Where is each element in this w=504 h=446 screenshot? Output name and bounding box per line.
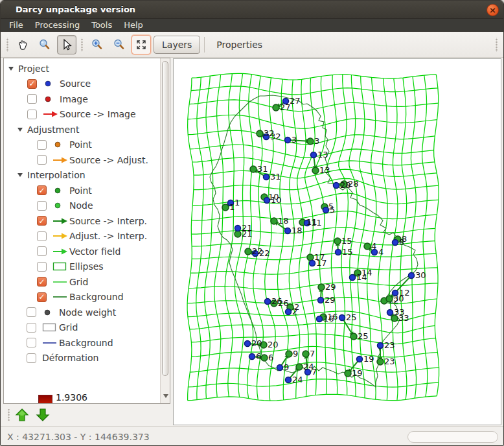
interp-point[interactable] (222, 204, 229, 211)
move-layer-down-button[interactable] (34, 406, 52, 424)
interp-point[interactable] (271, 218, 277, 224)
layer-visibility-checkbox[interactable] (27, 338, 36, 347)
layer-row-source[interactable]: Source (4, 76, 160, 92)
layer-visibility-checkbox[interactable] (37, 292, 47, 302)
source-point[interactable] (393, 240, 398, 246)
layer-visibility-checkbox[interactable] (37, 216, 47, 226)
source-point[interactable] (409, 273, 415, 279)
toolbar-grip[interactable] (494, 38, 499, 52)
expander-triangle-icon[interactable] (17, 128, 23, 132)
source-point[interactable] (285, 137, 291, 143)
interp-point[interactable] (318, 284, 325, 290)
source-point[interactable] (264, 174, 269, 180)
source-point[interactable] (378, 343, 384, 349)
interp-point[interactable] (235, 231, 241, 237)
layer-visibility-checkbox[interactable] (27, 110, 37, 119)
layer-row-background[interactable]: Background (4, 290, 160, 305)
layer-row-point[interactable]: Point (4, 183, 160, 198)
source-point[interactable] (318, 298, 324, 303)
source-point[interactable] (350, 275, 356, 281)
scrollbar-thumb[interactable] (162, 61, 168, 376)
interp-point[interactable] (312, 167, 319, 174)
layer-row-grid[interactable]: Grid (4, 274, 160, 290)
toolbar-grip[interactable] (80, 38, 84, 52)
zoom-fit-button[interactable] (132, 35, 151, 54)
interp-point[interactable] (257, 130, 263, 137)
menu-tools[interactable]: Tools (86, 20, 118, 30)
menu-file[interactable]: File (3, 20, 29, 30)
interp-point[interactable] (364, 243, 371, 250)
source-point[interactable] (336, 250, 341, 255)
interp-point[interactable] (345, 370, 351, 377)
interp-point[interactable] (296, 364, 303, 370)
expander-triangle-icon[interactable] (17, 173, 23, 177)
source-point[interactable] (249, 354, 255, 360)
interp-point[interactable] (273, 104, 279, 111)
layer-visibility-checkbox[interactable] (37, 246, 47, 256)
source-point[interactable] (334, 183, 339, 189)
menu-processing[interactable]: Processing (29, 20, 86, 30)
zoom-out-button[interactable] (109, 35, 129, 54)
layer-visibility-checkbox[interactable] (27, 323, 36, 333)
layer-visibility-checkbox[interactable] (27, 307, 36, 317)
source-point[interactable] (311, 152, 317, 158)
source-point[interactable] (357, 357, 363, 362)
layer-row-adjust-interp[interactable]: Adjust. -> Interp. (4, 229, 160, 244)
source-point[interactable] (286, 377, 292, 383)
interp-point[interactable] (386, 296, 393, 302)
source-point[interactable] (286, 309, 292, 315)
layer-visibility-checkbox[interactable] (37, 262, 47, 272)
layer-row-d-formation[interactable]: Déformation (4, 351, 160, 366)
interp-point[interactable] (377, 358, 384, 365)
move-layer-up-button[interactable] (13, 406, 31, 424)
interp-point[interactable] (261, 355, 268, 361)
layer-row-grid[interactable]: Grid (4, 320, 160, 336)
source-point[interactable] (277, 365, 283, 371)
layer-row-source-interp[interactable]: Source -> Interp. (4, 213, 160, 229)
source-point[interactable] (265, 299, 271, 305)
select-tool-button[interactable] (57, 35, 76, 54)
layer-visibility-checkbox[interactable] (37, 140, 47, 150)
source-point[interactable] (387, 310, 393, 316)
layer-group-project[interactable]: Project (4, 61, 160, 76)
layer-row-source-image[interactable]: Source -> Image (4, 107, 160, 123)
layer-row-point[interactable]: Point (4, 137, 160, 153)
layer-visibility-checkbox[interactable] (37, 277, 47, 287)
interp-point[interactable] (286, 351, 292, 357)
layers-tab-button[interactable]: Layers (154, 36, 200, 54)
panel-scrollbar[interactable] (160, 58, 170, 403)
interp-point[interactable] (245, 248, 251, 255)
zoom-tool-button[interactable] (35, 35, 54, 54)
layer-row-background[interactable]: Background (4, 335, 160, 351)
source-point[interactable] (285, 228, 291, 234)
layer-visibility-checkbox[interactable] (27, 94, 37, 104)
source-point[interactable] (339, 315, 345, 321)
toolbar-grip[interactable] (5, 38, 10, 52)
layer-visibility-checkbox[interactable] (37, 201, 47, 211)
layer-visibility-checkbox[interactable] (27, 353, 36, 363)
close-button[interactable]: × (487, 4, 499, 16)
layer-row-vector-field[interactable]: Vector field (4, 244, 160, 259)
interp-point[interactable] (307, 254, 314, 261)
interp-point[interactable] (303, 351, 309, 357)
menu-help[interactable]: Help (118, 20, 149, 30)
properties-tab-button[interactable]: Properties (209, 36, 270, 54)
pan-tool-button[interactable] (13, 35, 32, 54)
interp-point[interactable] (350, 333, 357, 340)
layer-visibility-checkbox[interactable] (37, 155, 47, 165)
layer-group-interpolation[interactable]: Interpolation (4, 168, 160, 183)
toolbar-grip[interactable] (6, 409, 11, 421)
interp-point[interactable] (334, 238, 341, 244)
layer-row-source-adjust[interactable]: Source -> Adjust. (4, 152, 160, 168)
source-point[interactable] (245, 341, 251, 347)
layer-row-image[interactable]: Image (4, 91, 160, 107)
source-point[interactable] (317, 316, 323, 322)
source-point[interactable] (235, 226, 241, 231)
layer-row-node[interactable]: Node (4, 198, 160, 214)
layer-group-adjustment[interactable]: Adjustment (4, 122, 160, 137)
layer-row-ellipses[interactable]: Ellipses (4, 259, 160, 275)
expander-triangle-icon[interactable] (8, 67, 14, 71)
scrollbar-down-arrow[interactable] (163, 394, 168, 398)
interp-point[interactable] (307, 138, 314, 145)
layer-visibility-checkbox[interactable] (37, 185, 47, 195)
